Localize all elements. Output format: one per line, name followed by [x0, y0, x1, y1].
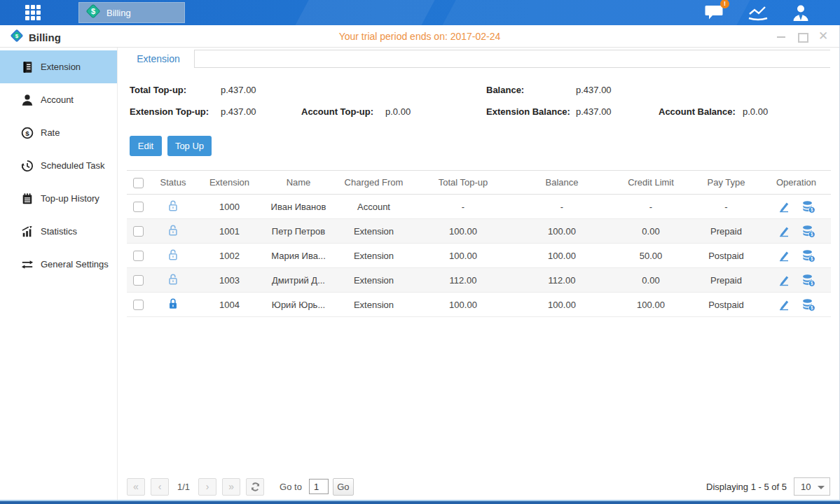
edit-pencil-icon[interactable] [778, 298, 790, 311]
topup-coins-icon[interactable]: $ [801, 274, 815, 287]
name-cell: Дмитрий Д... [263, 268, 334, 293]
sidebar-item-account[interactable]: Account [0, 83, 117, 116]
unlocked-icon [167, 200, 179, 212]
tab-strip-filler [194, 50, 830, 68]
messages-icon[interactable]: ! [704, 4, 725, 22]
name-cell: Мария Ива... [263, 244, 334, 268]
balance-cell: 100.00 [513, 293, 611, 317]
svg-text:$: $ [810, 207, 813, 213]
name-cell: Юрий Юрь... [263, 293, 334, 317]
edit-pencil-icon[interactable] [778, 225, 790, 237]
minimize-button[interactable] [776, 31, 786, 41]
pagination-bar: « ‹ 1/1 › » Go to Go Displaying 1 - 5 of… [127, 476, 830, 497]
row-checkbox[interactable] [133, 226, 144, 237]
total-topup-cell: 100.00 [413, 219, 513, 244]
statistics-chart-icon [21, 225, 34, 238]
sidebar-item-topup-history[interactable]: Top-up History [0, 182, 117, 215]
table-header-row: Status Extension Name Charged From Total… [127, 171, 831, 195]
sidebar-label: Extension [41, 62, 81, 72]
last-page-button[interactable]: » [222, 478, 240, 496]
user-account-icon[interactable] [791, 4, 812, 22]
select-all-checkbox[interactable] [133, 178, 144, 188]
taskbar-tab-billing[interactable]: $ Billing [78, 2, 185, 23]
balance-value: p.437.00 [576, 85, 612, 95]
credit-limit-cell: 0.00 [611, 219, 691, 244]
sidebar-item-extension[interactable]: Extension [0, 50, 117, 83]
topup-coins-icon[interactable]: $ [801, 200, 815, 214]
next-page-button[interactable]: › [198, 478, 216, 496]
col-credit-limit: Credit Limit [611, 171, 691, 195]
table-row: 1000Иван ИвановAccount----$ [127, 195, 831, 219]
edit-button[interactable]: Edit [130, 136, 162, 156]
topup-coins-icon[interactable]: $ [801, 225, 815, 238]
credit-limit-cell: 0.00 [611, 268, 691, 293]
topup-coins-icon[interactable]: $ [801, 298, 815, 312]
total-topup-value: p.437.00 [221, 85, 256, 95]
sidebar-item-scheduled-task[interactable]: Scheduled Task [0, 149, 117, 182]
table-row: 1003Дмитрий Д...Extension112.00112.000.0… [127, 268, 831, 293]
col-name: Name [263, 171, 334, 195]
topup-button[interactable]: Top Up [167, 136, 212, 156]
topup-coins-icon[interactable]: $ [801, 249, 815, 262]
status-cell [150, 219, 196, 244]
status-cell [150, 268, 196, 293]
edit-pencil-icon[interactable] [778, 249, 790, 262]
account-topup-value: p.0.00 [385, 106, 411, 117]
ledger-icon [21, 61, 34, 74]
sidebar-label: Scheduled Task [41, 160, 105, 171]
sidebar-item-statistics[interactable]: Statistics [0, 215, 117, 248]
refresh-icon [250, 482, 261, 492]
row-checkbox[interactable] [133, 202, 144, 212]
notification-badge: ! [720, 0, 729, 8]
svg-text:$: $ [810, 256, 813, 262]
edit-pencil-icon[interactable] [778, 274, 790, 286]
table-body: 1000Иван ИвановAccount----$1001Петр Петр… [127, 195, 831, 317]
row-checkbox[interactable] [133, 251, 144, 261]
pay-type-cell: Postpaid [691, 244, 762, 268]
apps-grid-icon[interactable] [25, 5, 48, 20]
col-operation: Operation [762, 171, 831, 195]
status-cell [150, 244, 196, 268]
first-page-button[interactable]: « [127, 478, 145, 496]
charged-from-cell: Extension [334, 219, 413, 244]
charged-from-cell: Account [334, 195, 413, 219]
monitor-chart-icon[interactable] [748, 4, 769, 22]
taskbar-tab-label: Billing [106, 8, 131, 18]
credit-limit-cell: 50.00 [611, 244, 691, 268]
sidebar-item-general-settings[interactable]: General Settings [0, 248, 117, 281]
billing-diamond-icon: $ [85, 3, 102, 22]
sidebar-label: Statistics [41, 226, 77, 237]
refresh-button[interactable] [246, 478, 264, 496]
account-balance-label: Account Balance: [659, 106, 736, 117]
unlocked-icon [167, 273, 179, 286]
pay-type-cell: Prepaid [691, 268, 762, 293]
charged-from-cell: Extension [334, 293, 413, 317]
extension-topup-value: p.437.00 [221, 106, 256, 117]
balance-cell: 100.00 [513, 219, 611, 244]
goto-label: Go to [280, 482, 302, 492]
row-checkbox[interactable] [133, 275, 144, 286]
tab-extension[interactable]: Extension [123, 49, 194, 69]
goto-page-input[interactable] [309, 479, 329, 494]
col-balance: Balance [513, 171, 611, 195]
sidebar-item-rate[interactable]: $ Rate [0, 116, 117, 149]
prev-page-button[interactable]: ‹ [151, 478, 169, 496]
chevron-down-icon [818, 486, 825, 489]
page-size-select[interactable]: 10 [794, 477, 830, 496]
extension-cell: 1003 [196, 268, 263, 293]
close-button[interactable]: ✕ [818, 31, 828, 41]
row-checkbox[interactable] [133, 300, 144, 310]
extension-cell: 1000 [196, 195, 263, 219]
total-topup-cell: 100.00 [413, 244, 513, 268]
billing-window: $ Billing Your trial period ends on: 201… [0, 25, 840, 501]
sidebar-label: Top-up History [41, 193, 99, 204]
total-topup-cell: - [413, 195, 513, 219]
account-topup-label: Account Top-up: [301, 106, 373, 117]
edit-pencil-icon[interactable] [778, 200, 790, 213]
maximize-button[interactable] [797, 31, 807, 41]
col-pay-type: Pay Type [691, 171, 762, 195]
pay-type-cell: Postpaid [691, 293, 762, 317]
col-charged-from: Charged From [334, 171, 413, 195]
go-button[interactable]: Go [333, 478, 354, 496]
extension-balance-value: p.437.00 [576, 106, 612, 117]
